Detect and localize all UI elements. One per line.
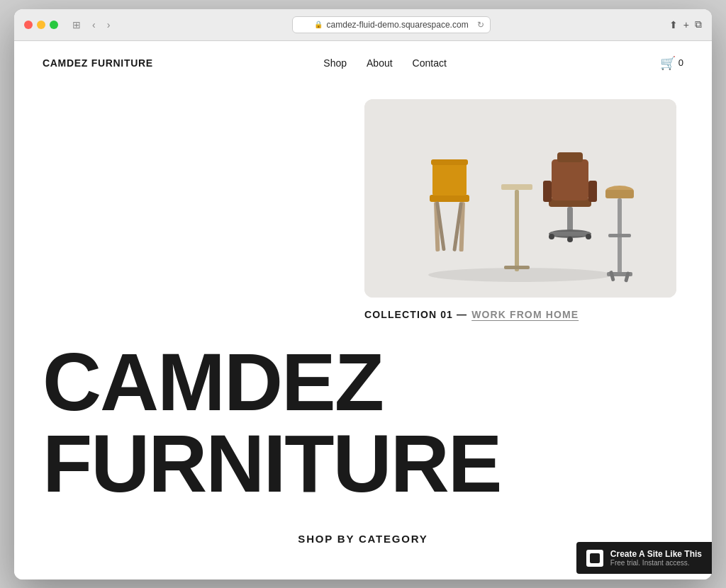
nav-shop[interactable]: Shop bbox=[323, 57, 347, 69]
svg-rect-16 bbox=[588, 181, 597, 202]
cart-count: 0 bbox=[678, 57, 683, 68]
brand-hero-text: CAMDEZ FURNITURE bbox=[43, 341, 683, 504]
browser-actions: ⬆ + ⧉ bbox=[669, 18, 702, 30]
address-bar[interactable]: 🔒 camdez-fluid-demo.squarespace.com ↻ bbox=[292, 16, 491, 33]
squarespace-logo bbox=[586, 550, 603, 567]
url-text: camdez-fluid-demo.squarespace.com bbox=[327, 20, 469, 30]
svg-rect-10 bbox=[515, 190, 519, 271]
site-logo: CAMDEZ FURNITURE bbox=[43, 57, 153, 69]
squarespace-logo-inner bbox=[590, 553, 600, 563]
collection-link[interactable]: WORK FROM HOME bbox=[471, 309, 579, 320]
nav-about[interactable]: About bbox=[367, 57, 393, 69]
svg-rect-26 bbox=[608, 234, 631, 237]
svg-point-20 bbox=[549, 234, 554, 239]
sidebar-toggle-button[interactable]: ⊞ bbox=[69, 18, 84, 32]
nav-contact[interactable]: Contact bbox=[413, 57, 447, 69]
svg-rect-13 bbox=[552, 159, 588, 200]
browser-controls: ⊞ ‹ › bbox=[69, 18, 113, 32]
svg-point-1 bbox=[428, 268, 613, 282]
minimize-button[interactable] bbox=[37, 21, 45, 29]
page-content: CAMDEZ FURNITURE Shop About Contact 🛒 0 bbox=[14, 41, 712, 579]
traffic-lights bbox=[24, 21, 58, 29]
new-tab-button[interactable]: + bbox=[683, 19, 689, 30]
squarespace-sub-text: Free trial. Instant access. bbox=[610, 559, 702, 567]
reload-button[interactable]: ↻ bbox=[477, 20, 484, 30]
close-button[interactable] bbox=[24, 21, 33, 29]
svg-point-21 bbox=[586, 234, 591, 239]
cart-icon: 🛒 bbox=[660, 55, 676, 71]
cart-area[interactable]: 🛒 0 bbox=[660, 55, 683, 71]
squarespace-main-text: Create A Site Like This bbox=[610, 549, 702, 559]
browser-chrome: ⊞ ‹ › 🔒 camdez-fluid-demo.squarespace.co… bbox=[14, 9, 712, 41]
svg-rect-2 bbox=[430, 195, 469, 202]
site-header: CAMDEZ FURNITURE Shop About Contact 🛒 0 bbox=[14, 41, 712, 85]
back-button[interactable]: ‹ bbox=[89, 18, 99, 32]
forward-button[interactable]: › bbox=[104, 18, 113, 32]
maximize-button[interactable] bbox=[50, 21, 58, 29]
svg-rect-11 bbox=[504, 266, 530, 269]
squarespace-badge[interactable]: Create A Site Like This Free trial. Inst… bbox=[576, 542, 712, 574]
site-nav: Shop About Contact bbox=[323, 57, 447, 69]
tabs-button[interactable]: ⧉ bbox=[695, 18, 702, 30]
lock-icon: 🔒 bbox=[314, 21, 323, 28]
share-button[interactable]: ⬆ bbox=[669, 19, 678, 30]
chairs-illustration bbox=[364, 99, 676, 298]
svg-point-22 bbox=[567, 237, 573, 242]
squarespace-text: Create A Site Like This Free trial. Inst… bbox=[610, 549, 702, 567]
browser-window: ⊞ ‹ › 🔒 camdez-fluid-demo.squarespace.co… bbox=[14, 9, 712, 579]
svg-rect-4 bbox=[431, 159, 468, 165]
svg-rect-3 bbox=[432, 163, 467, 196]
hero-section: COLLECTION 01 — WORK FROM HOME bbox=[14, 85, 712, 320]
svg-rect-15 bbox=[543, 181, 552, 202]
svg-rect-17 bbox=[567, 207, 573, 232]
product-image-card bbox=[364, 99, 676, 298]
svg-rect-24 bbox=[605, 190, 634, 198]
address-bar-wrap: 🔒 camdez-fluid-demo.squarespace.com ↻ bbox=[121, 16, 660, 33]
svg-rect-19 bbox=[550, 232, 590, 236]
collection-label: COLLECTION 01 — WORK FROM HOME bbox=[364, 309, 676, 320]
brand-hero: CAMDEZ FURNITURE bbox=[14, 320, 712, 511]
svg-rect-9 bbox=[501, 184, 532, 190]
svg-rect-14 bbox=[557, 152, 583, 162]
collection-prefix: COLLECTION 01 — bbox=[364, 309, 467, 320]
